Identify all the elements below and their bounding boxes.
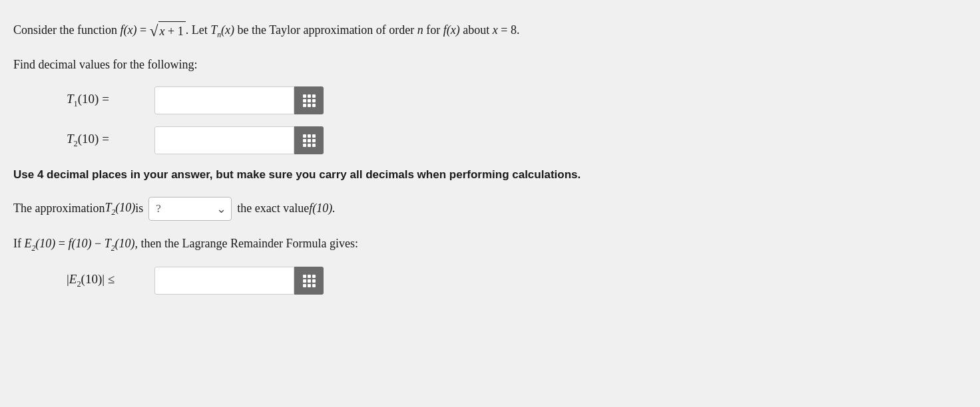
if-line: If E2(10) = f(10) − T2(10), then the Lag…	[13, 234, 967, 255]
svg-rect-16	[308, 144, 311, 147]
approx-prefix: The approximation	[13, 199, 105, 218]
e2-equals: =	[59, 237, 69, 250]
find-text: Find decimal values for the following:	[13, 58, 197, 71]
t1-grid-button[interactable]	[294, 86, 324, 114]
grid-icon-2	[302, 133, 316, 148]
comparison-dropdown-wrapper: ? less than equal to greater than ⌄	[148, 197, 232, 221]
svg-rect-23	[312, 279, 316, 283]
svg-rect-12	[303, 139, 306, 142]
f10-label: f(10)	[69, 237, 92, 250]
svg-rect-10	[308, 134, 311, 138]
x-equals: x	[493, 23, 498, 37]
svg-rect-1	[308, 94, 311, 98]
minus-sign: −	[95, 237, 105, 250]
period-let: . Let	[186, 23, 211, 37]
svg-rect-25	[308, 284, 311, 287]
svg-rect-6	[303, 104, 306, 107]
f10-exact: f(10).	[309, 199, 336, 218]
e2-row: |E2(10)| ≤	[67, 267, 967, 295]
t2-approx-label: T2(10)	[105, 198, 135, 219]
svg-rect-13	[308, 139, 311, 142]
svg-rect-22	[308, 279, 311, 283]
svg-rect-18	[303, 275, 306, 278]
t2-label: T2(10) =	[67, 132, 146, 149]
n-var: n	[417, 23, 423, 37]
svg-rect-2	[312, 94, 316, 98]
t1-row: T1(10) =	[67, 86, 967, 114]
then-text: then the Lagrange Remainder Formula give…	[141, 237, 358, 250]
if-text: If	[13, 237, 25, 250]
exact-value-text: the exact value	[237, 199, 309, 218]
grid-icon-3	[302, 273, 316, 288]
t1-label: T1(10) =	[67, 92, 146, 109]
taylor-label: Tn(x)	[210, 23, 234, 37]
svg-rect-17	[312, 144, 316, 147]
intro-line: Consider the function f(x) = √x + 1 . Le…	[13, 19, 967, 43]
t2-label-if: T2(10),	[105, 237, 138, 250]
svg-rect-21	[303, 279, 306, 283]
t1-input[interactable]	[154, 86, 294, 114]
t2-grid-button[interactable]	[294, 126, 324, 154]
e2-grid-button[interactable]	[294, 267, 324, 295]
t2-row: T2(10) =	[67, 126, 967, 154]
about-text: about	[460, 23, 493, 37]
e2-input[interactable]	[154, 267, 294, 295]
svg-rect-20	[312, 275, 316, 278]
instruction-line: Use 4 decimal places in your answer, but…	[13, 166, 967, 184]
comparison-select[interactable]: ? less than equal to greater than	[148, 197, 232, 221]
grid-icon	[302, 93, 316, 108]
svg-rect-5	[312, 99, 316, 102]
svg-rect-26	[312, 284, 316, 287]
intro-text: Consider the function	[13, 23, 120, 37]
svg-rect-3	[303, 99, 306, 102]
e2-abs-label: |E2(10)| ≤	[67, 272, 146, 289]
be-taylor-text: be the Taylor approximation of order	[234, 23, 417, 37]
svg-rect-9	[303, 134, 306, 138]
svg-rect-0	[303, 94, 306, 98]
find-line: Find decimal values for the following:	[13, 55, 967, 74]
svg-rect-8	[312, 104, 316, 107]
for-text: for	[423, 23, 443, 37]
svg-rect-24	[303, 284, 306, 287]
approx-is: is	[135, 199, 143, 218]
approx-row: The approximation T2(10) is ? less than …	[13, 197, 967, 221]
f-label-2: f(x)	[443, 23, 460, 37]
func-label: f(x)	[120, 23, 136, 37]
e2-label: E2(10)	[25, 237, 56, 250]
svg-rect-19	[308, 275, 311, 278]
svg-rect-11	[312, 134, 316, 138]
sqrt-expr: √x + 1	[150, 19, 186, 43]
x-val: = 8.	[498, 23, 520, 37]
t2-input[interactable]	[154, 126, 294, 154]
svg-rect-4	[308, 99, 311, 102]
equals-sign: =	[137, 23, 150, 37]
svg-rect-14	[312, 139, 316, 142]
svg-rect-15	[303, 144, 306, 147]
instruction-text: Use 4 decimal places in your answer, but…	[13, 168, 581, 181]
svg-rect-7	[308, 104, 311, 107]
